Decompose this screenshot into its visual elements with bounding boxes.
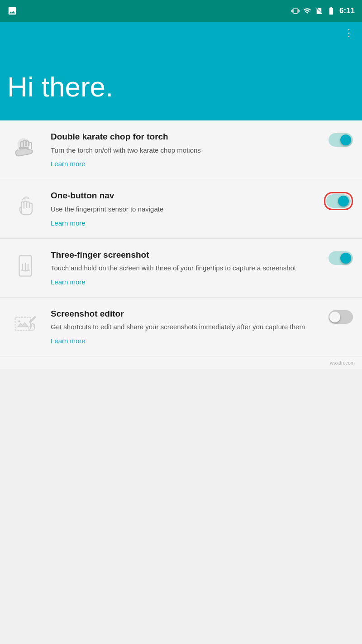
toggle-wrap-three-finger-screenshot — [329, 251, 353, 265]
feature-desc-double-karate-chop: Turn the torch on/off with two karate ch… — [51, 145, 317, 156]
status-bar-right: 6:11 — [291, 6, 355, 15]
toggle-one-button-nav[interactable] — [326, 194, 351, 208]
toggle-highlight-screenshot-editor — [329, 310, 353, 324]
feature-item-double-karate-chop: Double karate chop for torch Turn the to… — [0, 120, 362, 179]
vibrate-icon — [291, 7, 300, 15]
learn-more-one-button-nav[interactable]: Learn more — [51, 219, 86, 227]
more-options-icon[interactable]: ⋮ — [344, 27, 355, 39]
feature-icon-one-button-nav — [9, 190, 42, 223]
feature-icon-three-finger-screenshot — [9, 250, 42, 282]
feature-title-double-karate-chop: Double karate chop for torch — [51, 131, 317, 143]
feature-content-one-button-nav: One-button nav Use the fingerprint senso… — [51, 190, 353, 227]
wifi-icon — [303, 7, 311, 15]
toggle-wrap-double-karate-chop — [329, 133, 353, 147]
toggle-screenshot-editor[interactable] — [329, 310, 353, 324]
toggle-highlight-double-karate-chop — [329, 133, 353, 147]
battery-icon — [327, 6, 336, 15]
header-greeting: Hi there. — [7, 44, 355, 120]
toggle-thumb-double-karate-chop — [340, 135, 351, 145]
feature-item-one-button-nav: One-button nav Use the fingerprint senso… — [0, 179, 362, 238]
app-header: ⋮ Hi there. — [0, 22, 362, 120]
features-list: Double karate chop for torch Turn the to… — [0, 120, 362, 356]
header-top: ⋮ — [7, 22, 355, 44]
feature-title-three-finger-screenshot: Three-finger screenshot — [51, 250, 317, 261]
feature-title-screenshot-editor: Screenshot editor — [51, 308, 317, 320]
toggle-thumb-one-button-nav — [338, 196, 349, 207]
feature-item-three-finger-screenshot: Three-finger screenshot Touch and hold o… — [0, 239, 362, 298]
toggle-double-karate-chop[interactable] — [329, 133, 353, 147]
no-sim-icon — [315, 7, 323, 15]
svg-point-7 — [18, 320, 20, 322]
toggle-highlight-three-finger-screenshot — [329, 251, 353, 265]
toggle-wrap-screenshot-editor — [329, 310, 353, 324]
toggle-wrap-one-button-nav — [324, 192, 353, 210]
learn-more-three-finger-screenshot[interactable]: Learn more — [51, 278, 86, 286]
toggle-thumb-screenshot-editor — [329, 312, 340, 322]
feature-desc-three-finger-screenshot: Touch and hold on the screen with three … — [51, 263, 317, 274]
status-bar: 6:11 — [0, 0, 362, 22]
feature-item-screenshot-editor: Screenshot editor Get shortcuts to edit … — [0, 298, 362, 356]
status-time: 6:11 — [339, 6, 355, 15]
svg-rect-6 — [15, 317, 31, 330]
feature-title-one-button-nav: One-button nav — [51, 190, 317, 202]
feature-desc-one-button-nav: Use the fingerprint sensor to navigate — [51, 204, 317, 215]
feature-desc-screenshot-editor: Get shortcuts to edit and share your scr… — [51, 322, 317, 332]
feature-icon-double-karate-chop — [9, 131, 42, 164]
feature-content-double-karate-chop: Double karate chop for torch Turn the to… — [51, 131, 353, 168]
learn-more-screenshot-editor[interactable]: Learn more — [51, 337, 86, 345]
toggle-thumb-three-finger-screenshot — [340, 253, 351, 264]
learn-more-double-karate-chop[interactable]: Learn more — [51, 160, 86, 168]
feature-icon-screenshot-editor — [9, 308, 42, 341]
status-bar-left — [7, 6, 17, 16]
watermark: wsxdn.com — [0, 356, 362, 369]
feature-content-three-finger-screenshot: Three-finger screenshot Touch and hold o… — [51, 250, 353, 286]
toggle-three-finger-screenshot[interactable] — [329, 251, 353, 265]
feature-content-screenshot-editor: Screenshot editor Get shortcuts to edit … — [51, 308, 353, 345]
image-icon — [7, 6, 17, 16]
toggle-highlight-one-button-nav — [324, 192, 353, 210]
